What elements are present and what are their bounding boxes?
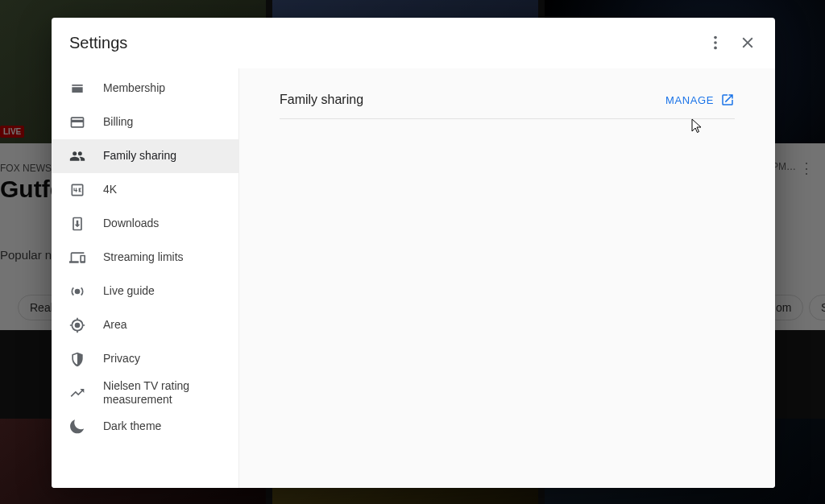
devices-icon <box>69 250 85 266</box>
sidebar-item-family-sharing[interactable]: Family sharing <box>52 139 238 173</box>
credit-card-icon <box>69 114 85 130</box>
sidebar-item-billing[interactable]: Billing <box>52 105 238 139</box>
sidebar-item-label: Membership <box>103 81 165 96</box>
fourk-icon <box>69 182 85 198</box>
sidebar-item-label: Live guide <box>103 284 155 299</box>
people-icon <box>69 148 85 164</box>
modal-body: Membership Billing Family sharing 4K Dow… <box>52 68 775 488</box>
open-in-new-icon <box>720 93 735 107</box>
modal-title: Settings <box>69 34 699 52</box>
close-icon <box>739 34 757 52</box>
close-button[interactable] <box>732 27 764 59</box>
svg-point-0 <box>714 36 717 39</box>
section-header: Family sharing MANAGE <box>280 93 735 119</box>
sidebar-item-membership[interactable]: Membership <box>52 72 238 105</box>
more-options-button[interactable] <box>699 27 732 59</box>
sidebar-item-4k[interactable]: 4K <box>52 173 238 207</box>
sidebar-item-streaming-limits[interactable]: Streaming limits <box>52 241 238 275</box>
sidebar-item-label: Family sharing <box>103 149 176 163</box>
sidebar-item-dark-theme[interactable]: Dark theme <box>52 410 238 444</box>
sidebar-item-label: Downloads <box>103 217 159 231</box>
live-icon <box>69 283 85 300</box>
sidebar-item-label: Area <box>103 318 127 333</box>
sidebar-item-live-guide[interactable]: Live guide <box>52 275 238 308</box>
section-title: Family sharing <box>280 93 363 107</box>
svg-point-1 <box>714 41 717 44</box>
sidebar-item-label: Streaming limits <box>103 250 184 265</box>
sidebar-item-label: Billing <box>103 115 133 130</box>
sidebar-item-label: Privacy <box>103 352 140 366</box>
sidebar-item-downloads[interactable]: Downloads <box>52 207 238 241</box>
manage-link[interactable]: MANAGE <box>665 93 735 107</box>
sidebar-item-nielsen[interactable]: Nielsen TV rating measurement <box>52 376 238 410</box>
trending-icon <box>69 385 85 401</box>
membership-icon <box>69 81 85 97</box>
settings-content: Family sharing MANAGE <box>239 68 775 488</box>
sidebar-item-label: Nielsen TV rating measurement <box>103 379 224 407</box>
location-icon <box>69 317 85 333</box>
sidebar-item-area[interactable]: Area <box>52 308 238 342</box>
sidebar-item-label: Dark theme <box>103 419 161 434</box>
more-vert-icon <box>707 34 724 52</box>
manage-label: MANAGE <box>665 94 714 106</box>
settings-sidebar: Membership Billing Family sharing 4K Dow… <box>52 68 239 488</box>
moon-icon <box>69 419 85 435</box>
sidebar-item-privacy[interactable]: Privacy <box>52 342 238 376</box>
download-icon <box>69 216 85 232</box>
modal-header: Settings <box>52 18 775 68</box>
sidebar-item-label: 4K <box>103 183 117 197</box>
shield-icon <box>69 351 85 367</box>
settings-modal: Settings Membership Billing Family shari… <box>52 18 775 488</box>
svg-point-2 <box>714 47 717 50</box>
